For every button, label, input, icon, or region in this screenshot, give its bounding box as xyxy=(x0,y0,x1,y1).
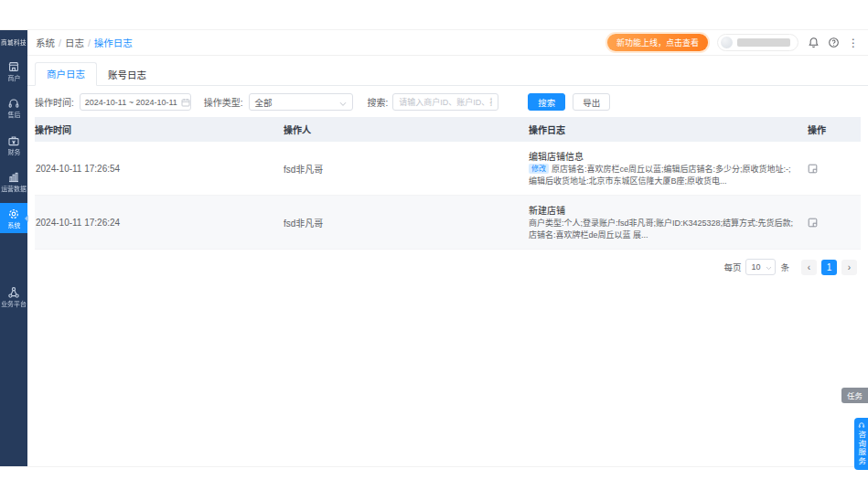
per-page-unit: 条 xyxy=(780,261,789,273)
per-page-value: 10 xyxy=(751,262,764,272)
chevron-down-icon xyxy=(339,94,347,111)
user-name-redacted xyxy=(737,38,790,47)
log-content: 新建店铺 商户类型:个人;登录账户:fsd非凡哥;账户ID:K3425328;结… xyxy=(529,196,808,249)
sidebar-item-label: 售后 xyxy=(7,112,20,120)
filter-bar: 操作时间: 2024-10-11 ~ 2024-10-11 操作类型: 全部 xyxy=(27,86,868,117)
log-operator: fsd非凡哥 xyxy=(284,155,529,183)
per-page-label: 每页 xyxy=(723,261,741,273)
log-table: 操作时间 操作人 操作日志 操作 2024-10-11 17:26:54 fsd… xyxy=(35,117,861,250)
sidebar-item-system[interactable]: 系统 xyxy=(0,203,27,233)
more-dots-icon[interactable]: ⋮ xyxy=(848,37,859,48)
service-floating-tab[interactable]: 咨询服务 xyxy=(854,418,868,470)
headset-icon xyxy=(7,97,20,110)
log-content: 编辑店铺信息 修改原店铺名:喜欢房栏ce周丘以蓝;编辑后店铺名:多少分;原收货地… xyxy=(529,142,808,195)
log-time: 2024-10-11 17:26:54 xyxy=(35,156,284,181)
log-title: 新建店铺 xyxy=(529,203,795,217)
sidebar-item-operations-data[interactable]: 运营数据 xyxy=(0,166,27,197)
service-tab-label: 咨询服务 xyxy=(857,431,865,465)
log-detail-text: 商户类型:个人;登录账户:fsd非凡哥;账户ID:K3425328;结算方式:先… xyxy=(529,218,795,241)
breadcrumb: 系统/日志/操作日志 xyxy=(36,36,133,49)
date-range-value: 2024-10-11 ~ 2024-10-11 xyxy=(85,98,177,107)
date-range-input[interactable]: 2024-10-11 ~ 2024-10-11 xyxy=(80,93,191,111)
sidebar-item-label: 业务平台 xyxy=(1,302,27,309)
task-floating-badge[interactable]: 任务 xyxy=(841,388,868,403)
log-title: 编辑店铺信息 xyxy=(529,149,795,163)
sidebar-item-label: 财务 xyxy=(7,149,20,156)
col-header-action: 操作 xyxy=(808,117,861,142)
avatar xyxy=(721,37,733,48)
tab-merchant-log[interactable]: 商户日志 xyxy=(35,62,97,86)
main-area: 系统/日志/操作日志 新功能上线，点击查看 xyxy=(27,30,868,466)
log-operator: fsd非凡哥 xyxy=(284,208,529,237)
storefront-icon xyxy=(7,60,20,73)
sidebar: 商城科技 商户 售后 xyxy=(0,30,27,466)
app-window: 商城科技 商户 售后 xyxy=(0,30,868,466)
logo: 商城科技 xyxy=(0,30,27,56)
chevron-down-icon xyxy=(766,262,772,272)
type-filter-label: 操作类型: xyxy=(204,95,243,109)
type-select-value: 全部 xyxy=(255,96,339,109)
pagination: 每页 10 条 ‹ 1 › xyxy=(27,250,868,275)
user-account-chip[interactable] xyxy=(717,34,798,51)
sidebar-item-aftersale[interactable]: 售后 xyxy=(0,92,27,123)
gear-icon xyxy=(7,208,20,220)
table-row: 2024-10-11 17:26:24 fsd非凡哥 新建店铺 商户类型:个人;… xyxy=(35,196,861,250)
new-feature-badge[interactable]: 新功能上线，点击查看 xyxy=(607,34,708,51)
col-header-operator: 操作人 xyxy=(284,117,529,142)
search-input[interactable] xyxy=(392,93,498,111)
log-time: 2024-10-11 17:26:24 xyxy=(35,210,284,235)
search-group: 搜索: xyxy=(368,93,499,111)
log-detail-icon[interactable] xyxy=(808,218,861,228)
log-type-badge: 修改 xyxy=(529,164,549,174)
top-bar: 系统/日志/操作日志 新功能上线，点击查看 xyxy=(27,30,868,56)
headset-icon xyxy=(858,421,865,429)
prev-page-button[interactable]: ‹ xyxy=(801,260,817,275)
type-select[interactable]: 全部 xyxy=(249,93,353,111)
page-number-1[interactable]: 1 xyxy=(821,260,837,275)
sidebar-item-business-platform[interactable]: 业务平台 xyxy=(0,282,27,312)
sidebar-item-label: 运营数据 xyxy=(1,186,27,193)
search-button[interactable]: 搜索 xyxy=(528,93,565,111)
tab-account-log[interactable]: 账号日志 xyxy=(97,64,157,86)
log-tabs: 商户日志 账号日志 xyxy=(27,56,868,86)
finance-icon xyxy=(7,134,20,147)
table-header-row: 操作时间 操作人 操作日志 操作 xyxy=(35,117,861,142)
col-header-log: 操作日志 xyxy=(529,117,808,142)
per-page-select[interactable]: 10 xyxy=(745,259,776,275)
sidebar-item-label: 系统 xyxy=(7,222,20,229)
breadcrumb-log[interactable]: 日志 xyxy=(65,37,84,48)
export-button[interactable]: 导出 xyxy=(573,93,610,111)
bar-chart-icon xyxy=(7,171,20,184)
log-detail-text: 修改原店铺名:喜欢房栏ce周丘以蓝;编辑后店铺名:多少分;原收货地址:-;编辑后… xyxy=(529,164,795,187)
screen: 商城科技 商户 售后 xyxy=(0,0,868,501)
log-detail-icon[interactable] xyxy=(808,164,861,174)
table-row: 2024-10-11 17:26:54 fsd非凡哥 编辑店铺信息 修改原店铺名… xyxy=(35,142,861,196)
help-icon[interactable] xyxy=(828,37,840,48)
breadcrumb-system[interactable]: 系统 xyxy=(36,37,55,48)
calendar-icon xyxy=(181,94,190,111)
breadcrumb-operation-log: 操作日志 xyxy=(94,37,133,48)
sidebar-item-label: 商户 xyxy=(7,75,20,82)
col-header-time: 操作时间 xyxy=(35,117,284,142)
sidebar-item-merchant[interactable]: 商户 xyxy=(0,56,27,86)
topbar-right: 新功能上线，点击查看 xyxy=(607,34,859,51)
network-icon xyxy=(7,286,20,299)
search-label: 搜索: xyxy=(368,95,389,109)
time-filter-label: 操作时间: xyxy=(35,95,74,109)
header-tools: ⋮ xyxy=(808,37,859,48)
sidebar-item-finance[interactable]: 财务 xyxy=(0,130,27,160)
next-page-button[interactable]: › xyxy=(841,260,857,275)
notification-bell-icon[interactable] xyxy=(808,37,820,48)
